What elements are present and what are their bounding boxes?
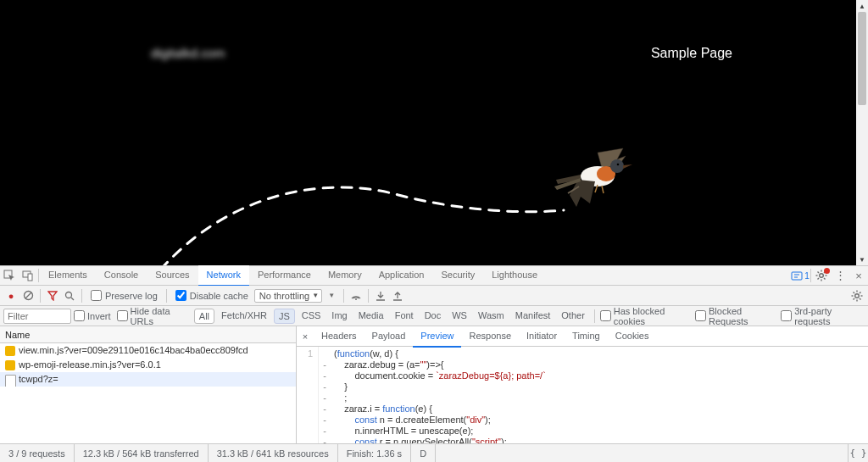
js-file-icon — [5, 360, 15, 370]
detail-tab-payload[interactable]: Payload — [364, 326, 414, 347]
filter-type-doc[interactable]: Doc — [420, 309, 446, 324]
request-name: tcwpd?z= — [19, 372, 58, 387]
status-requests-count: 3 / 9 requests — [0, 444, 75, 463]
import-har-icon[interactable] — [373, 288, 388, 303]
device-toolbar-icon[interactable] — [19, 266, 37, 286]
filter-type-all[interactable]: All — [194, 309, 214, 324]
detail-tab-initiator[interactable]: Initiator — [519, 326, 565, 347]
detail-tab-timing[interactable]: Timing — [565, 326, 608, 347]
scroll-up-icon[interactable]: ▲ — [856, 0, 868, 12]
search-icon[interactable] — [62, 288, 77, 303]
detail-tab-headers[interactable]: Headers — [314, 326, 364, 347]
svg-line-22 — [71, 298, 74, 300]
network-statusbar: 3 / 9 requests 12.3 kB / 564 kB transfer… — [0, 443, 868, 462]
network-settings-icon[interactable] — [849, 288, 865, 303]
record-icon[interactable]: ● — [3, 288, 19, 303]
close-detail-icon[interactable]: × — [297, 331, 314, 342]
hide-data-urls-checkbox[interactable]: Hide data URLs — [117, 306, 192, 326]
settings-badge-icon — [824, 268, 830, 274]
request-row[interactable]: view.min.js?ver=009e29110e016c14bac4ba0e… — [0, 343, 296, 358]
devtools-tab-console[interactable]: Console — [96, 265, 147, 286]
devtools-tab-performance[interactable]: Performance — [249, 265, 320, 286]
devtools-tab-memory[interactable]: Memory — [320, 265, 370, 286]
throttling-select[interactable]: No throttling — [254, 289, 322, 303]
export-har-icon[interactable] — [390, 288, 405, 303]
detail-tab-cookies[interactable]: Cookies — [608, 326, 657, 347]
filter-type-css[interactable]: CSS — [298, 309, 326, 324]
devtools-tab-elements[interactable]: Elements — [40, 265, 96, 286]
column-header-name[interactable]: Name — [0, 326, 296, 343]
disable-cache-checkbox[interactable]: Disable cache — [171, 290, 253, 301]
blocked-requests-checkbox[interactable]: Blocked Requests — [695, 306, 778, 326]
filter-type-other[interactable]: Other — [557, 309, 589, 324]
settings-icon[interactable] — [812, 266, 831, 286]
status-finish: Finish: 1.36 s — [338, 444, 411, 463]
svg-line-29 — [854, 292, 855, 293]
nav-link-sample-page[interactable]: Sample Page — [651, 46, 732, 61]
devtools-tab-sources[interactable]: Sources — [147, 265, 198, 286]
dashed-trail — [136, 136, 610, 265]
svg-point-21 — [66, 292, 72, 298]
detail-tab-preview[interactable]: Preview — [413, 326, 461, 348]
svg-point-23 — [355, 298, 357, 300]
devtools-main-toolbar: ElementsConsoleSourcesNetworkPerformance… — [0, 266, 868, 286]
devtools-tab-application[interactable]: Application — [370, 265, 433, 286]
site-logo-text: digitalkd.com — [151, 46, 225, 60]
requests-list: Name view.min.js?ver=009e29110e016c14bac… — [0, 326, 297, 443]
svg-line-17 — [818, 278, 820, 280]
filter-type-fetch-xhr[interactable]: Fetch/XHR — [217, 309, 271, 324]
svg-point-10 — [820, 274, 824, 278]
disable-cache-label: Disable cache — [190, 291, 248, 301]
invert-label: Invert — [87, 311, 111, 321]
clear-icon[interactable] — [20, 288, 36, 303]
svg-line-16 — [824, 278, 826, 280]
svg-line-15 — [818, 272, 820, 274]
has-blocked-cookies-checkbox[interactable]: Has blocked cookies — [600, 306, 693, 326]
page-scrollbar[interactable]: ▲ ▼ — [856, 0, 868, 265]
filter-type-ws[interactable]: WS — [448, 309, 471, 324]
invert-checkbox[interactable]: Invert — [74, 310, 114, 321]
svg-point-3 — [617, 164, 620, 166]
third-party-checkbox[interactable]: 3rd-party requests — [781, 306, 865, 326]
filter-input[interactable] — [3, 309, 71, 324]
filter-type-wasm[interactable]: Wasm — [474, 309, 509, 324]
issues-button[interactable]: 1 — [791, 266, 810, 286]
filter-icon[interactable] — [45, 288, 60, 303]
close-devtools-icon[interactable]: × — [849, 266, 868, 286]
network-filter-bar: Invert Hide data URLs AllFetch/XHRJSCSSI… — [0, 306, 868, 326]
request-detail-panel: × HeadersPayloadPreviewResponseInitiator… — [297, 326, 868, 443]
webpage-viewport: digitalkd.com Sample Page ▲ ▼ — [0, 0, 868, 265]
svg-point-24 — [855, 293, 860, 298]
inspect-icon[interactable] — [0, 266, 19, 286]
bird-image — [551, 144, 636, 208]
filter-type-font[interactable]: Font — [391, 309, 418, 324]
filter-type-img[interactable]: Img — [327, 309, 351, 324]
scroll-thumb[interactable] — [858, 12, 866, 105]
devtools-tab-security[interactable]: Security — [432, 265, 483, 286]
devtools-panel: ElementsConsoleSourcesNetworkPerformance… — [0, 265, 868, 462]
filter-type-media[interactable]: Media — [354, 309, 388, 324]
filter-type-manifest[interactable]: Manifest — [511, 309, 555, 324]
request-row[interactable]: tcwpd?z= — [0, 372, 296, 387]
preserve-log-checkbox[interactable]: Preserve log — [86, 290, 162, 301]
scroll-down-icon[interactable]: ▼ — [856, 253, 868, 265]
blocked-requests-label: Blocked Requests — [709, 306, 775, 326]
devtools-tab-lighthouse[interactable]: Lighthouse — [483, 265, 546, 286]
devtools-tab-network[interactable]: Network — [198, 265, 249, 287]
svg-line-32 — [860, 292, 861, 293]
code-fold-column: ------------- — [319, 347, 331, 443]
has-blocked-cookies-label: Has blocked cookies — [614, 306, 689, 326]
throttle-more-icon[interactable]: ▼ — [324, 288, 339, 303]
svg-line-20 — [25, 292, 31, 298]
network-conditions-icon[interactable] — [348, 288, 364, 303]
request-name: wp-emoji-release.min.js?ver=6.0.1 — [19, 358, 161, 372]
detail-tab-response[interactable]: Response — [461, 326, 519, 347]
throttling-value: No throttling — [259, 291, 309, 301]
filter-type-js[interactable]: JS — [274, 309, 295, 324]
preserve-log-label: Preserve log — [105, 291, 158, 301]
code-content[interactable]: (function(w, d) { zaraz.debug = (a="")=>… — [331, 347, 575, 443]
more-icon[interactable]: ⋮ — [831, 266, 849, 286]
network-main-area: Name view.min.js?ver=009e29110e016c14bac… — [0, 326, 868, 443]
pretty-print-icon[interactable]: { } — [848, 444, 868, 463]
request-row[interactable]: wp-emoji-release.min.js?ver=6.0.1 — [0, 358, 296, 372]
